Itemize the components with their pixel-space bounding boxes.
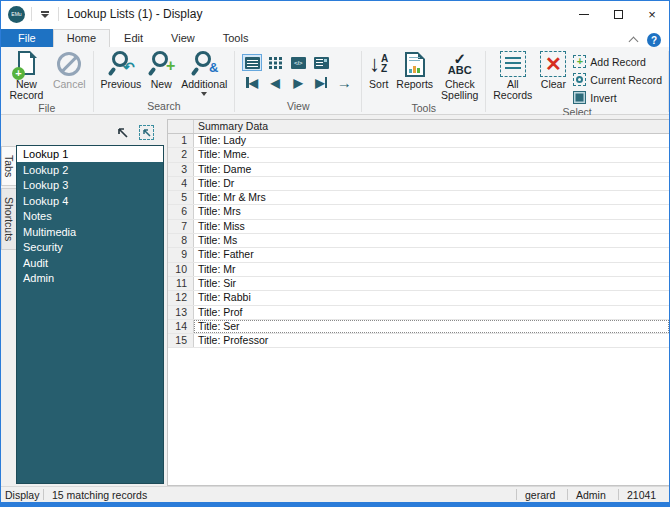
new-record-button[interactable]: + New Record (4, 49, 49, 102)
table-row[interactable]: 11Title: Sir (168, 277, 669, 291)
add-record-button[interactable]: + Add Record (570, 53, 665, 70)
list-view-button[interactable] (242, 54, 262, 71)
row-number: 8 (168, 234, 194, 247)
add-record-icon: + (573, 55, 586, 68)
row-number: 13 (168, 306, 194, 319)
lookup-list-item[interactable]: Security (17, 239, 163, 255)
cancel-button[interactable]: Cancel (49, 49, 90, 91)
row-number: 12 (168, 291, 194, 304)
next-record-button[interactable]: ▶ (288, 74, 308, 91)
clear-selection-button[interactable]: ✕ Clear (536, 49, 570, 91)
first-record-button[interactable]: ◀ (242, 74, 262, 91)
table-row[interactable]: 8Title: Ms (168, 234, 669, 248)
goto-record-button[interactable]: → (334, 74, 354, 91)
lookup-list-item[interactable]: Admin (17, 270, 163, 286)
tab-view[interactable]: View (157, 29, 209, 47)
search-new-button[interactable]: + New (145, 49, 177, 91)
code-view-button[interactable]: </> (288, 54, 308, 71)
sort-button[interactable]: ↓ AZ Sort (365, 49, 392, 91)
next-record-icon: ▶ (294, 77, 303, 89)
window-controls: × (567, 1, 669, 27)
all-records-button[interactable]: All Records (489, 49, 536, 102)
maximize-button[interactable] (601, 1, 635, 27)
reports-button[interactable]: Reports (392, 49, 437, 91)
reports-icon (405, 52, 425, 77)
table-row[interactable]: 2Title: Mme. (168, 148, 669, 162)
lookup-list-item[interactable]: Multimedia (17, 224, 163, 240)
maximize-icon (614, 10, 623, 19)
sort-icon: ↓ AZ (369, 53, 388, 75)
group-label-file: File (4, 102, 90, 114)
row-number: 7 (168, 220, 194, 233)
new-record-icon: + (16, 51, 37, 77)
last-record-button[interactable]: ▶ (311, 74, 331, 91)
tab-file[interactable]: File (1, 29, 53, 47)
details-view-button[interactable] (311, 54, 331, 71)
invert-selection-button[interactable]: Invert (570, 89, 665, 106)
main-area: Tabs Shortcuts Lookup 1Lookup 2Lookup 3L… (1, 115, 669, 486)
table-row[interactable]: 7Title: Miss (168, 220, 669, 234)
table-row[interactable]: 15Title: Professor (168, 334, 669, 348)
search-additional-button[interactable]: & Additional (177, 49, 231, 97)
row-summary: Title: Mme. (194, 148, 669, 161)
row-summary: Title: Rabbi (194, 291, 669, 304)
lookup-list-item[interactable]: Lookup 3 (17, 177, 163, 193)
help-icon[interactable]: ? (647, 33, 661, 47)
table-row[interactable]: 10Title: Mr (168, 263, 669, 277)
row-number: 5 (168, 191, 194, 204)
app-icon[interactable]: EMu (8, 6, 25, 23)
table-row[interactable]: 14Title: Ser (168, 320, 669, 334)
current-record-icon (573, 73, 586, 86)
code-view-icon: </> (291, 57, 306, 69)
close-button[interactable]: × (635, 1, 669, 27)
table-row[interactable]: 3Title: Dame (168, 163, 669, 177)
collapse-ribbon-icon[interactable] (630, 36, 638, 44)
table-row[interactable]: 1Title: Lady (168, 134, 669, 148)
search-new-icon: + (149, 51, 173, 77)
minimize-button[interactable] (567, 1, 601, 27)
row-summary: Title: Prof (194, 306, 669, 319)
quick-access-dropdown-icon[interactable] (38, 11, 52, 18)
contact-sheet-view-button[interactable] (265, 54, 285, 71)
check-spelling-button[interactable]: ✓ ABC Check Spelling (437, 49, 482, 102)
lookup-list-item[interactable]: Notes (17, 208, 163, 224)
row-number: 4 (168, 177, 194, 190)
row-summary: Title: Sir (194, 277, 669, 290)
tab-edit[interactable]: Edit (110, 29, 157, 47)
vtab-tabs[interactable]: Tabs (1, 146, 16, 186)
group-label-search: Search (96, 100, 231, 114)
status-group: Admin (568, 489, 618, 501)
select-mode-icon[interactable] (139, 125, 154, 140)
lookup-list-item[interactable]: Lookup 2 (17, 162, 163, 178)
row-number: 9 (168, 248, 194, 261)
table-row[interactable]: 6Title: Mrs (168, 205, 669, 219)
row-summary: Title: Mr (194, 263, 669, 276)
table-row[interactable]: 4Title: Dr (168, 177, 669, 191)
row-number: 15 (168, 334, 194, 347)
row-number-header (168, 120, 194, 133)
current-record-button[interactable]: Current Record (570, 71, 665, 88)
status-record-number: 21041 (619, 489, 669, 501)
summary-data-header[interactable]: Summary Data (194, 120, 669, 133)
search-previous-button[interactable]: ↶ Previous (96, 49, 145, 91)
row-summary: Title: Mr & Mrs (194, 191, 669, 204)
lookup-list-item[interactable]: Lookup 1 (17, 146, 163, 162)
lookup-list-item[interactable]: Lookup 4 (17, 193, 163, 209)
row-number: 11 (168, 277, 194, 290)
table-row[interactable]: 9Title: Father (168, 248, 669, 262)
first-record-icon: ◀ (246, 77, 258, 89)
vtab-shortcuts[interactable]: Shortcuts (1, 188, 16, 250)
ribbon-group-file: + New Record Cancel File (1, 49, 93, 114)
tab-tools[interactable]: Tools (209, 29, 263, 47)
clear-selection-icon: ✕ (540, 51, 566, 77)
table-row[interactable]: 12Title: Rabbi (168, 291, 669, 305)
lookup-list-item[interactable]: Audit (17, 255, 163, 271)
all-records-icon (500, 51, 526, 77)
table-row[interactable]: 5Title: Mr & Mrs (168, 191, 669, 205)
table-row[interactable]: 13Title: Prof (168, 306, 669, 320)
pointer-icon[interactable] (116, 126, 129, 139)
row-summary: Title: Dr (194, 177, 669, 190)
previous-record-button[interactable]: ◀ (265, 74, 285, 91)
row-summary: Title: Father (194, 248, 669, 261)
tab-home[interactable]: Home (53, 29, 110, 47)
